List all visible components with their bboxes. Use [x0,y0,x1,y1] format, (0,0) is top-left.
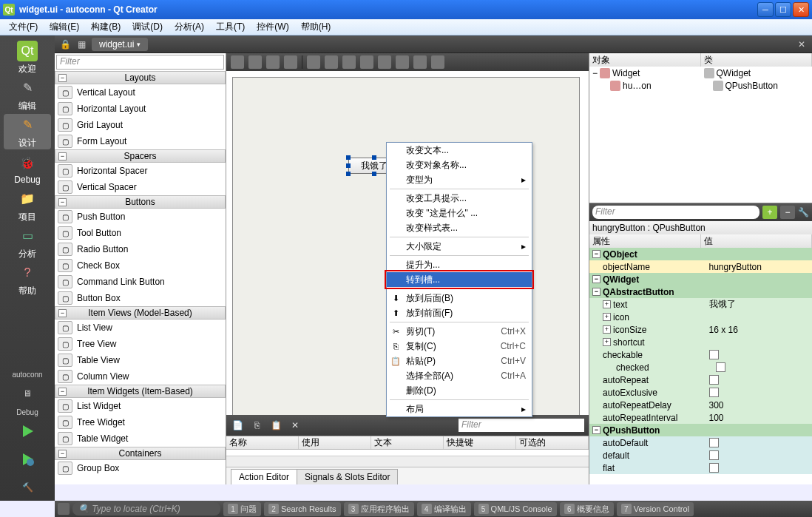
menu-item[interactable]: 调试(D) [128,19,167,35]
maximize-button[interactable]: ☐ [775,2,791,17]
widget-item[interactable]: ▢Push Button [55,209,226,225]
context-menu-item[interactable]: ⎘复制(C)Ctrl+C [387,339,532,354]
obj-col-class[interactable]: 类 [701,53,813,67]
tool-break[interactable] [413,55,427,69]
property-row[interactable]: + iconSize16 x 16 [589,323,812,336]
tool-adjust[interactable] [431,55,444,69]
locator-input[interactable]: 🔍 Type to locate (Ctrl+K) [72,502,220,516]
context-menu-item[interactable]: ✂剪切(T)Ctrl+X [387,324,532,339]
context-menu-item[interactable]: ⬇放到后面(B) [387,291,532,305]
action-col[interactable]: 文本 [371,436,444,449]
toggle-sidebar-icon[interactable] [58,503,70,515]
status-item[interactable]: 7 Version Control [617,502,694,516]
object-row[interactable]: hu…on QPushButton [589,79,812,92]
property-row[interactable]: autoRepeatDelay300 [589,399,812,411]
property-filter[interactable]: Filter [592,206,759,219]
tool-tabs[interactable] [284,55,297,69]
tool-grid[interactable] [378,55,391,69]
mode-help[interactable]: ?帮助 [4,262,51,297]
delete-action-icon[interactable]: ✕ [288,419,302,432]
context-menu-item[interactable]: 📋粘贴(P)Ctrl+V [387,354,532,368]
prop-col-name[interactable]: 属性 [589,234,701,248]
action-col[interactable]: 使用 [299,436,371,449]
property-row[interactable]: checked [589,361,812,374]
build-button[interactable]: 🔨 [16,477,39,498]
action-col[interactable]: 快捷键 [444,436,516,449]
tool-form[interactable] [396,55,409,69]
property-row[interactable]: autoDefault [589,436,812,449]
tool-hlayout[interactable] [307,55,320,69]
widget-filter[interactable]: Filter [56,55,224,70]
context-menu-item[interactable]: 转到槽... [387,272,532,287]
status-item[interactable]: 2 Search Results [264,502,341,516]
widget-item[interactable]: ▢Vertical Spacer [55,179,226,195]
status-item[interactable]: 3 应用程序输出 [344,502,414,516]
widget-category[interactable]: −Item Widgets (Item-Based) [55,385,226,398]
tool-vsplit[interactable] [360,55,373,69]
tab-action-editor[interactable]: Action Editor [231,469,297,484]
tool-signals[interactable] [248,55,262,69]
tool-edit-widgets[interactable] [231,55,244,69]
tool-wrench-icon[interactable]: 🔧 [798,207,809,217]
minimize-button[interactable]: ─ [757,2,774,17]
widget-category[interactable]: −Spacers [55,149,226,163]
mode-debug[interactable]: 🐞Debug [4,151,51,186]
remove-property-button[interactable]: − [780,206,795,219]
property-row[interactable]: objectNamehungryButton [589,260,812,273]
property-row[interactable]: checkable [589,348,812,361]
menu-item[interactable]: 工具(T) [212,19,249,35]
widget-item[interactable]: ▢Table Widget [55,430,226,447]
context-menu-item[interactable]: 删除(D) [387,383,532,398]
tool-buddies[interactable] [266,55,280,69]
status-item[interactable]: 1 问题 [223,502,261,516]
mode-projects[interactable]: 📁项目 [4,188,51,223]
action-scrollbar[interactable] [226,456,589,467]
close-doc-icon[interactable]: ✕ [796,38,808,50]
add-property-button[interactable]: + [762,206,777,219]
object-row[interactable]: − Widget QWidget [589,67,812,79]
widget-item[interactable]: ▢Form Layout [55,133,226,149]
mode-analyze[interactable]: ▭分析 [4,225,51,260]
menu-item[interactable]: 控件(W) [252,19,293,35]
copy-action-icon[interactable]: ⎘ [250,419,263,432]
debug-run-button[interactable] [16,449,39,470]
context-menu-item[interactable]: 改变对象名称... [387,158,532,172]
property-row[interactable]: autoRepeatInterval100 [589,411,812,424]
widget-item[interactable]: ▢List Widget [55,398,226,414]
context-menu-item[interactable]: 改变工具提示... [387,191,532,206]
context-menu-item[interactable]: 提升为... [387,257,532,272]
widget-item[interactable]: ▢Tool Button [55,225,226,241]
widget-item[interactable]: ▢Horizontal Spacer [55,163,226,179]
widget-item[interactable]: ▢Radio Button [55,241,226,257]
context-menu-item[interactable]: 改变文本... [387,143,532,158]
property-group[interactable]: − QPushButton [589,424,812,436]
widget-item[interactable]: ▢Table View [55,352,226,368]
context-menu-item[interactable]: 大小限定▸ [387,239,532,254]
lock-icon[interactable]: 🔒 [59,38,71,50]
status-item[interactable]: 5 QML/JS Console [474,502,557,516]
close-button[interactable]: ✕ [793,2,809,17]
widget-item[interactable]: ▢Check Box [55,257,226,274]
action-col[interactable]: 名称 [226,436,299,449]
menu-item[interactable]: 分析(A) [170,19,209,35]
property-row[interactable]: + text我饿了 [589,298,812,311]
widget-category[interactable]: −Buttons [55,195,226,209]
menu-item[interactable]: 帮助(H) [297,19,336,35]
mode-welcome[interactable]: Qt欢迎 [4,40,51,75]
widget-item[interactable]: ▢Tree View [55,336,226,352]
tool-hsplit[interactable] [342,55,356,69]
status-item[interactable]: 4 编译输出 [417,502,471,516]
context-menu-item[interactable]: 改变 "这是什么" ... [387,206,532,220]
context-menu-item[interactable]: ⬆放到前面(F) [387,305,532,320]
mode-edit[interactable]: ✎编辑 [4,77,51,112]
action-col[interactable]: 可选的 [516,436,589,449]
widget-item[interactable]: ▢Tree Widget [55,414,226,430]
widget-item[interactable]: ▢Grid Layout [55,117,226,133]
property-row[interactable]: + icon [589,311,812,323]
widget-item[interactable]: ▢Column View [55,368,226,385]
menu-item[interactable]: 文件(F) [4,19,42,35]
widget-category[interactable]: −Containers [55,447,226,460]
widget-category[interactable]: −Item Views (Model-Based) [55,306,226,320]
doc-tab[interactable]: widget.ui ▾ [92,38,148,51]
new-action-icon[interactable]: 📄 [231,419,244,432]
